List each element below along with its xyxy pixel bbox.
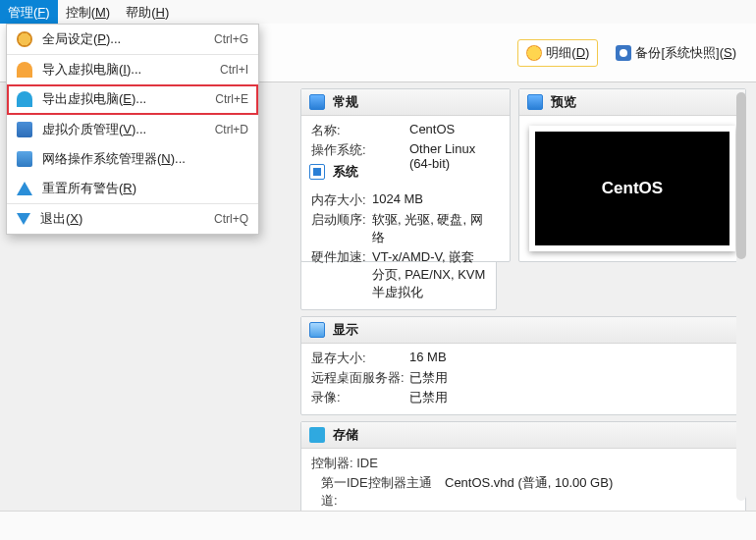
card-title: 预览 — [551, 93, 576, 111]
details-pane: 常规 名称:CentOS 操作系统:Other Linux (64-bit) 预… — [295, 82, 756, 511]
vertical-scrollbar[interactable] — [736, 92, 746, 501]
import-icon — [17, 62, 32, 78]
storage-icon — [309, 427, 325, 443]
file-menu-dropdown: 全局设定(P)...Ctrl+G导入虚拟电脑(I)...Ctrl+I导出虚拟电脑… — [6, 24, 259, 235]
menu-file[interactable]: 管理(F) — [0, 0, 58, 24]
menu-item-6[interactable]: 退出(X)Ctrl+Q — [7, 204, 258, 234]
menu-item-0[interactable]: 全局设定(P)...Ctrl+G — [7, 25, 258, 55]
shortcut-label: Ctrl+D — [215, 123, 248, 136]
status-bar — [0, 511, 756, 540]
menu-item-label: 全局设定(P)... — [42, 30, 204, 48]
shortcut-label: Ctrl+E — [215, 92, 248, 106]
card-title: 系统 — [333, 163, 358, 181]
card-preview: 预览 CentOS — [518, 88, 746, 262]
preview-thumbnail[interactable]: CentOS — [529, 126, 735, 251]
card-title: 常规 — [333, 93, 358, 111]
display-icon — [309, 322, 325, 338]
shortcut-label: Ctrl+G — [214, 32, 248, 46]
card-display: 显示 显存大小:16 MB 远程桌面服务器:已禁用 录像:已禁用 — [300, 316, 746, 415]
gear-icon — [17, 31, 32, 47]
gear-icon — [526, 45, 542, 61]
shortcut-label: Ctrl+Q — [214, 212, 248, 226]
menu-item-label: 导入虚拟电脑(I)... — [42, 61, 210, 79]
card-title: 存储 — [333, 426, 358, 444]
menu-item-1[interactable]: 导入虚拟电脑(I)...Ctrl+I — [7, 55, 258, 84]
export-icon — [17, 91, 32, 107]
media-icon — [17, 122, 32, 137]
net-icon — [17, 151, 32, 167]
chip-icon — [309, 164, 325, 180]
menu-item-label: 网络操作系统管理器(N)... — [42, 150, 239, 168]
toolbar-snapshot-button[interactable]: 备份[系统快照](S) — [608, 40, 744, 66]
menu-control[interactable]: 控制(M) — [58, 0, 119, 24]
toolbar-details-button[interactable]: 明细(D) — [517, 39, 598, 67]
menubar: 管理(F) 控制(M) 帮助(H) — [0, 0, 756, 24]
card-storage: 存储 控制器: IDE 第一IDE控制器主通道:CentOS.vhd (普通, … — [300, 421, 746, 511]
menu-item-label: 导出虚拟电脑(E)... — [42, 90, 205, 108]
menu-item-label: 虚拟介质管理(V)... — [42, 121, 205, 138]
menu-item-label: 重置所有警告(R) — [42, 180, 239, 197]
exit-icon — [17, 213, 30, 225]
shortcut-label: Ctrl+I — [220, 63, 248, 77]
card-title: 显示 — [333, 321, 358, 339]
menu-item-2[interactable]: 导出虚拟电脑(E)...Ctrl+E — [7, 84, 258, 115]
menu-item-4[interactable]: 网络操作系统管理器(N)... — [7, 144, 258, 174]
menu-help[interactable]: 帮助(H) — [118, 0, 177, 24]
menu-item-3[interactable]: 虚拟介质管理(V)...Ctrl+D — [7, 115, 258, 144]
menu-item-label: 退出(X) — [40, 210, 204, 228]
menu-item-5[interactable]: 重置所有警告(R) — [7, 174, 258, 204]
monitor-icon — [527, 94, 543, 110]
warn-icon — [17, 182, 32, 195]
general-icon — [309, 94, 325, 110]
camera-icon — [616, 45, 631, 61]
